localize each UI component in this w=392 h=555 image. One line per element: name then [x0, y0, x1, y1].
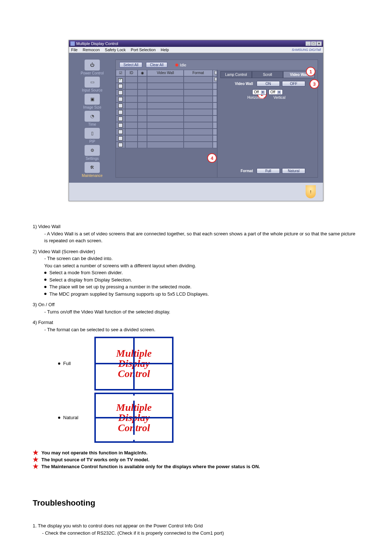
grid-row[interactable]: [116, 109, 217, 116]
time-icon: ◔: [85, 111, 100, 122]
item4-title: 4) Format: [33, 320, 53, 325]
row-checkbox[interactable]: [118, 130, 123, 134]
full-button[interactable]: Full: [257, 168, 280, 174]
row-checkbox[interactable]: [118, 110, 123, 114]
grid-row[interactable]: [116, 102, 217, 109]
ts-item-1a: - Check the connection of RS232C. (Check…: [42, 530, 359, 537]
bullet-icon: [58, 417, 60, 419]
brand-label: SAMSUNG DIGITall: [292, 48, 321, 52]
pip-icon: ▯: [85, 128, 100, 139]
window-title: Multiple Display Control: [76, 40, 118, 47]
close-button[interactable]: ×: [317, 41, 322, 46]
videowall-onoff-row: Video Wall ON OFF: [220, 81, 315, 86]
row-checkbox[interactable]: [118, 84, 123, 88]
star-icon: ★: [33, 457, 38, 462]
sidebar-item-settings[interactable]: ⚙Settings: [74, 145, 110, 161]
sidebar-item-pip[interactable]: ▯PIP: [74, 128, 110, 143]
select-all-button[interactable]: Select All: [119, 62, 142, 68]
item4-a: - The format can be selected to see a di…: [44, 326, 359, 333]
preview-full-image: Multiple Display Control: [94, 337, 173, 390]
panel-tabs: Lamp Control Scroll Video Wall: [220, 71, 315, 78]
callout-1: 1: [306, 67, 315, 76]
scroll-up[interactable]: [213, 70, 217, 76]
bullet-icon: [58, 362, 60, 365]
row-checkbox[interactable]: [118, 78, 123, 83]
divider-row: Off▾ Off▾: [220, 89, 315, 95]
menu-port[interactable]: Port Selection: [131, 48, 155, 52]
star-icon: ★: [33, 450, 38, 455]
preview-natural: Natural Multiple Display Control: [58, 393, 359, 443]
menu-remocon[interactable]: Remocon: [83, 48, 100, 52]
display-grid: ☑ ID ◉ Video Wall Format: [116, 70, 217, 177]
col-videowall: Video Wall: [147, 70, 184, 76]
maintenance-icon: 🛠: [85, 162, 100, 173]
scroll-down[interactable]: [213, 76, 217, 83]
menu-file[interactable]: File: [71, 48, 78, 52]
row-checkbox[interactable]: [118, 117, 123, 121]
sidebar-item-power[interactable]: ⏻Power Control: [74, 60, 110, 75]
item1-line: - A Video Wall is a set of video screens…: [44, 230, 359, 244]
note-2: ★The Input source of TV works only on TV…: [33, 457, 359, 462]
row-checkbox[interactable]: [118, 136, 123, 141]
item2-title: 2) Video Wall (Screen divider): [33, 249, 95, 254]
star-icon: ★: [33, 464, 38, 469]
sidebar-item-input[interactable]: ▭Input Source: [74, 77, 110, 92]
col-status: ◉: [138, 70, 147, 76]
item1-title: 1) Video Wall: [33, 224, 61, 229]
titlebar: Multiple Display Control _ □ ×: [69, 40, 323, 47]
tab-scroll[interactable]: Scroll: [252, 71, 283, 78]
divider-labels: Horizontal Vertical: [220, 96, 315, 100]
sidebar-item-maintenance[interactable]: 🛠Maintenance: [74, 162, 110, 178]
info-icon: !: [306, 185, 316, 198]
row-checkbox[interactable]: [118, 123, 123, 127]
vertical-dropdown[interactable]: Off▾: [269, 89, 283, 95]
grid-row[interactable]: [116, 135, 217, 142]
menu-help[interactable]: Help: [161, 48, 169, 52]
input-source-icon: ▭: [85, 77, 100, 88]
format-row: Format Full Natural: [220, 168, 315, 174]
tab-lamp[interactable]: Lamp Control: [220, 71, 252, 78]
row-checkbox[interactable]: [118, 90, 123, 95]
ts-item-1: 1. The display you wish to control does …: [33, 522, 359, 530]
horizontal-label: Horizontal: [245, 96, 266, 100]
clear-all-button[interactable]: Clear All: [146, 62, 167, 68]
menu-safety[interactable]: Safety Lock: [105, 48, 126, 52]
bullet-icon: [44, 279, 46, 281]
minimize-button[interactable]: _: [306, 41, 311, 46]
grid-row[interactable]: [116, 96, 217, 102]
videowall-label: Video Wall: [230, 82, 253, 86]
grid-row[interactable]: [116, 122, 217, 129]
grid-row[interactable]: [116, 89, 217, 96]
grid-row[interactable]: [116, 83, 217, 89]
grid-row[interactable]: [116, 129, 217, 135]
item2-e: The place will be set up by pressing a n…: [44, 283, 359, 291]
natural-button[interactable]: Natural: [282, 168, 305, 174]
app-icon: [70, 41, 75, 46]
maximize-button[interactable]: □: [311, 41, 316, 46]
preview-full-label: Full: [63, 361, 71, 366]
footer-bar: !: [69, 183, 323, 201]
item2-b: You can select a number of screens with …: [44, 262, 359, 270]
row-checkbox[interactable]: [118, 97, 123, 101]
item2-a: - The screen can be divided into.: [44, 255, 359, 262]
grid-row[interactable]: [116, 142, 217, 148]
bullet-icon: [44, 272, 46, 274]
item3-title: 3) On / Off: [33, 302, 54, 307]
sidebar-item-image[interactable]: ▣Image Size: [74, 94, 110, 109]
on-button[interactable]: ON: [257, 81, 280, 86]
item2-c: Select a mode from Screen divider.: [44, 269, 359, 276]
horizontal-dropdown[interactable]: Off▾: [252, 89, 266, 95]
preview-natural-image: Multiple Display Control: [94, 393, 173, 443]
off-button[interactable]: OFF: [282, 81, 305, 86]
grid-row[interactable]: [116, 76, 217, 83]
troubleshooting: 1. The display you wish to control does …: [33, 522, 359, 536]
row-checkbox[interactable]: [118, 143, 123, 147]
sidebar-item-time[interactable]: ◔Time: [74, 111, 110, 126]
row-checkbox[interactable]: [118, 104, 123, 108]
note-3: ★The Maintenance Control function is ava…: [33, 464, 359, 469]
grid-row[interactable]: [116, 116, 217, 122]
sidebar: ⏻Power Control ▭Input Source ▣Image Size…: [74, 60, 110, 178]
section-title: Troubleshooting: [33, 498, 359, 508]
preview-full: Full Multiple Display Control: [58, 337, 359, 390]
col-format: Format: [184, 70, 213, 76]
